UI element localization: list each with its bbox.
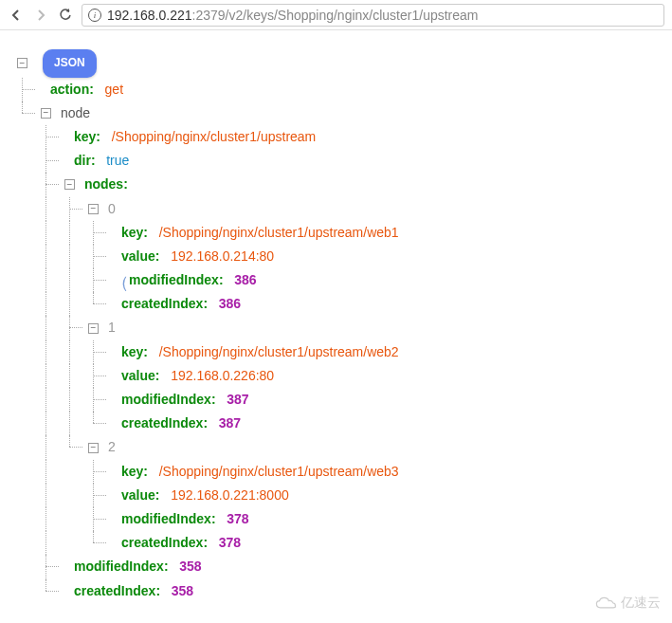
collapse-icon[interactable]: − xyxy=(88,443,99,453)
collapse-icon[interactable]: − xyxy=(41,108,51,119)
json-badge: JSON xyxy=(43,49,97,78)
tree-row: key : /Shopping/nginx/cluster1/upstream/… xyxy=(112,460,399,484)
tree-row: − 2 xyxy=(88,435,116,459)
address-bar[interactable]: i 192.168.0.221:2379/v2/keys/Shopping/ng… xyxy=(82,4,664,27)
cloud-icon xyxy=(594,595,617,612)
back-button[interactable] xyxy=(8,7,25,24)
collapse-icon[interactable]: − xyxy=(88,204,99,214)
tree-row: key : /Shopping/nginx/cluster1/upstream xyxy=(64,125,316,149)
url-text: 192.168.0.221:2379/v2/keys/Shopping/ngin… xyxy=(107,8,479,23)
tree-row: （modifiedIndex : 386 xyxy=(112,268,257,292)
collapse-icon[interactable]: − xyxy=(17,58,27,68)
tree-row: − node xyxy=(41,101,90,125)
tree-row: key : /Shopping/nginx/cluster1/upstream/… xyxy=(112,221,399,245)
tree-row: dir : true xyxy=(64,149,129,173)
tree-row: value : 192.168.0.226:80 xyxy=(112,364,274,388)
tree-row: action : get xyxy=(41,78,123,101)
tree-row: createdIndex : 387 xyxy=(112,412,241,435)
json-viewer: − JSON action : get − node key : /Shoppi… xyxy=(0,30,672,613)
reload-button[interactable] xyxy=(57,7,74,24)
watermark: 亿速云 xyxy=(594,595,661,612)
tree-row: createdIndex : 386 xyxy=(112,292,241,316)
tree-row: value : 192.168.0.214:80 xyxy=(112,245,274,268)
info-icon: i xyxy=(88,9,101,22)
tree-row: createdIndex : 378 xyxy=(112,531,241,555)
collapse-icon[interactable]: − xyxy=(64,179,75,190)
tree-row: modifiedIndex : 378 xyxy=(112,507,249,531)
collapse-icon[interactable]: − xyxy=(88,323,99,334)
tree-row: key : /Shopping/nginx/cluster1/upstream/… xyxy=(112,340,399,364)
tree-row: − nodes : xyxy=(64,173,128,196)
browser-toolbar: i 192.168.0.221:2379/v2/keys/Shopping/ng… xyxy=(0,0,672,30)
tree-row: modifiedIndex : 387 xyxy=(112,388,249,412)
forward-button[interactable] xyxy=(32,7,49,24)
tree-row: − 1 xyxy=(88,316,116,339)
tree-row: value : 192.168.0.221:8000 xyxy=(112,484,289,507)
tree-row: createdIndex : 358 xyxy=(64,579,193,603)
tree-row: − 0 xyxy=(88,197,116,221)
tree-row: modifiedIndex : 358 xyxy=(64,555,202,578)
